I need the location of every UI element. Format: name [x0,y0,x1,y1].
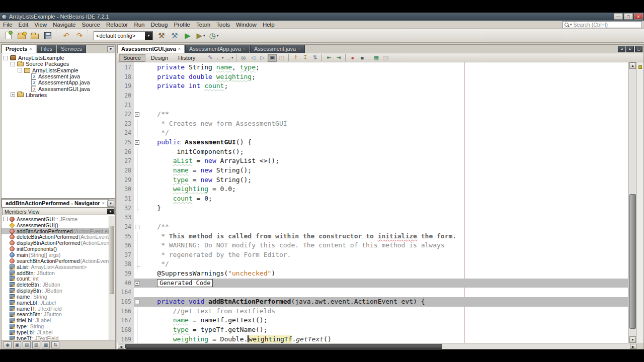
find-next-button[interactable]: ▷ [258,54,267,62]
redo-button[interactable]: ↷ [73,30,86,42]
close-button[interactable]: × [634,13,643,20]
fold-collapse-icon[interactable]: - [135,300,139,304]
menu-item-tools[interactable]: Tools [213,21,233,29]
fold-column[interactable]: - [134,110,141,119]
show-static-filter-button[interactable]: ▤ [23,341,31,348]
tab-projects[interactable]: Projects× [2,45,36,53]
code-line-26[interactable]: 26 initComponents(); [117,147,628,157]
scroll-tabs-right-button[interactable]: ▸ [626,46,634,52]
save-all-button[interactable] [42,30,54,42]
member-count[interactable]: count : int [2,276,109,282]
tab-close-icon[interactable]: × [298,45,300,53]
navigator-view-select[interactable]: Members View ▾ [2,208,115,215]
code-line-18[interactable]: 18 private double weighting; [117,72,628,82]
select-in-projects-button[interactable]: ◰ [277,54,286,62]
member-name[interactable]: name : String [2,294,109,300]
member-addbtnactionperformed[interactable]: addBtnActionPerformed(ActionEvent evt) [2,228,109,234]
tab-assessmentgui-java[interactable]: AssessmentGUI.java× [117,45,185,53]
fold-column[interactable]: + [134,279,141,288]
show-public-filter-button[interactable]: ▥ [32,341,40,348]
forward-button[interactable]: →▾ [225,54,234,62]
new-project-button[interactable] [16,30,28,42]
line-number[interactable]: 37 [117,250,134,260]
generated-code-fold-box[interactable]: Generated Code [157,279,213,287]
fold-collapse-icon[interactable]: - [135,225,139,229]
code-line-22[interactable]: 22- /** [117,110,628,119]
new-file-button[interactable] [3,30,15,42]
record-macro-button[interactable]: ● [348,54,357,62]
member-typetf[interactable]: typeTf : JTextField [2,335,109,340]
fold-column[interactable]: - [134,138,141,147]
tree-item-arraylistsexample[interactable]: -ArrayListsExample [2,67,115,73]
tree-expander-icon[interactable]: + [11,93,15,97]
error-stripe[interactable] [636,62,643,343]
shift-line-right-button[interactable]: ⇥ [334,54,343,62]
find-previous-button[interactable]: ◁ [249,54,258,62]
line-number[interactable]: 34 [117,222,134,232]
navigator-scrollbar-thumb[interactable] [110,226,114,294]
tree-item-arraylistsexample[interactable]: -ArrayListsExample [2,55,115,61]
tree-item-source-packages[interactable]: -Source Packages [2,61,115,67]
code-line-23[interactable]: 23 * Creates new form AssessmentGUI [117,119,628,129]
code-line-40[interactable]: 40+ Generated Code [117,279,628,288]
fold-column[interactable]: - [134,297,141,307]
scroll-right-button[interactable]: ▶ [630,344,636,349]
code-line-39[interactable]: 39 @SuppressWarnings("unchecked") [117,269,628,279]
code-line-36[interactable]: 36 * WARNING: Do NOT modify this code. T… [117,241,628,250]
tab-navigator[interactable]: addBtnActionPerformed - Navigator × [2,199,109,207]
tree-expander-icon[interactable]: - [4,56,8,60]
line-number[interactable]: 164 [117,288,134,297]
scroll-down-button[interactable]: ▼ [629,336,636,343]
member-displaybtn[interactable]: displayBtn : JButton [2,288,109,294]
fold-expand-icon[interactable]: + [135,281,139,286]
tab-close-icon[interactable]: × [243,45,246,53]
code-line-31[interactable]: 31 count = 0; [117,194,628,204]
member-typelbl[interactable]: typeLbl : JLabel [2,329,109,335]
diff-to-tracked-button[interactable]: ▦ [372,54,381,62]
member-titlelbl[interactable]: titleLbl : JLabel [2,317,109,323]
fold-collapse-icon[interactable]: - [135,140,139,145]
search-input[interactable]: ▾ Search (Ctrl+I) [562,21,642,28]
line-number[interactable]: 24 [117,128,134,138]
stop-macro-button[interactable]: ■ [358,54,367,62]
tab-close-icon[interactable]: × [178,45,181,53]
code-line-167[interactable]: 167 name = nameTf.getText(); [117,316,628,325]
code-line-166[interactable]: 166 //get text from textfields [117,307,628,316]
code-line-24[interactable]: 24 */ [117,128,628,138]
last-edit-location-button[interactable]: ✎ [206,54,215,62]
menu-item-run[interactable]: Run [131,21,147,29]
line-number[interactable]: 32 [117,204,134,213]
line-number[interactable]: 21 [117,101,134,110]
code-line-33[interactable]: 33 [117,213,628,222]
line-number[interactable]: 167 [117,316,134,325]
code-editor[interactable]: 17 private String name, type;18 private … [117,62,628,343]
code-line-21[interactable]: 21 [117,101,628,110]
horizontal-scrollbar-thumb[interactable] [125,344,442,349]
menu-item-view[interactable]: View [31,21,50,29]
show-non-public-filter-button[interactable]: ▦ [42,341,50,348]
tree-expander-icon[interactable]: - [3,217,8,221]
tab-services[interactable]: Services [57,45,86,53]
back-button[interactable]: ←▾ [215,54,224,62]
config-select[interactable]: <default config>▾ [94,31,153,40]
minimize-button[interactable]: — [614,13,623,20]
line-number[interactable]: 19 [117,81,134,91]
editor-vertical-scrollbar[interactable]: ▲ ▼ [628,62,636,343]
code-line-168[interactable]: 168 type = typeTf.getName(); [117,325,628,335]
warning-mark[interactable] [638,65,642,69]
line-number[interactable]: 28 [117,166,134,175]
code-line-25[interactable]: 25- public AssessmentGUI() { [117,138,628,147]
line-number[interactable]: 36 [117,241,134,250]
code-line-169[interactable]: 169 weighting = Double.weightingTf.getTe… [117,335,628,343]
member-alist[interactable]: aList : ArrayList<Assessment> [2,264,109,270]
editor-horizontal-scrollbar[interactable]: ◀ ▶ [118,343,636,349]
line-number[interactable]: 26 [117,147,134,157]
tab-close-icon[interactable]: × [29,45,32,53]
line-number[interactable]: 20 [117,91,134,101]
menu-item-help[interactable]: Help [260,21,278,29]
member-searchbtn[interactable]: searchBtn : JButton [2,312,109,318]
title-bar[interactable]: ArrayListsExample - NetBeans IDE 7.2.1 —… [0,13,644,21]
code-line-164[interactable]: 164 [117,288,628,297]
line-number[interactable]: 17 [117,63,134,72]
navigator-minimize-button[interactable]: ▾ [107,201,114,207]
